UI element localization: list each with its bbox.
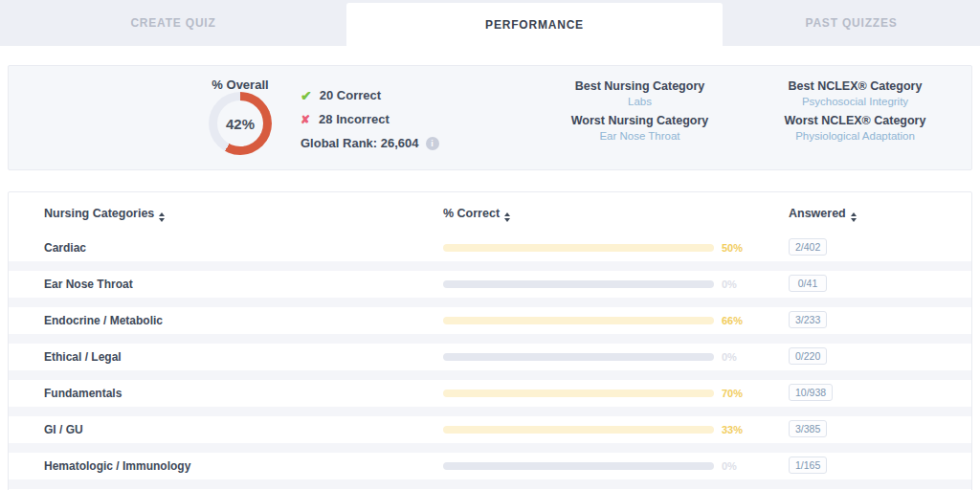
header-label: Nursing Categories	[44, 207, 154, 220]
x-icon: ✘	[301, 113, 310, 126]
row-bar-track	[443, 426, 714, 434]
table-row: Fundamentals 70% 10/938	[9, 380, 971, 416]
row-answered-badge: 3/385	[789, 420, 827, 437]
row-category: Ethical / Legal	[44, 344, 122, 370]
row-percent: 0%	[722, 453, 737, 479]
highlight-label: Best Nursing Category	[537, 79, 743, 93]
row-percent: 70%	[722, 380, 743, 407]
row-answered-badge: 0/220	[789, 347, 827, 365]
highlight-item: Worst NCLEX® Category Physiological Adap…	[743, 114, 968, 142]
incorrect-row: ✘ 28 Incorrect	[301, 107, 439, 131]
overall-percent: 42%	[226, 116, 255, 132]
check-icon: ✔	[301, 88, 312, 103]
highlight-label: Worst Nursing Category	[537, 114, 743, 127]
highlight-value-link[interactable]: Psychosocial Integrity	[743, 96, 968, 107]
row-percent: 0%	[722, 271, 737, 298]
tab-performance[interactable]: PERFORMANCE	[346, 3, 723, 46]
global-rank: Global Rank: 26,604	[301, 136, 419, 150]
tab-create-quiz[interactable]: CREATE QUIZ	[0, 0, 346, 46]
incorrect-count: 28 Incorrect	[319, 112, 390, 126]
global-rank-row: Global Rank: 26,604 i	[301, 131, 439, 155]
row-bar-track	[443, 390, 714, 397]
row-bar-track	[443, 353, 714, 361]
row-answered-badge: 2/402	[789, 238, 827, 256]
category-highlights: Best Nursing Category Labs Best NCLEX® C…	[537, 79, 968, 142]
quick-stats: ✔ 20 Correct ✘ 28 Incorrect Global Rank:…	[301, 83, 439, 155]
table-row: Hematologic / Immunology 0% 1/165	[9, 453, 971, 489]
performance-table: Nursing Categories % Correct Answered Ca…	[8, 191, 972, 490]
info-icon[interactable]: i	[426, 137, 439, 150]
overall-donut-chart: 42%	[209, 92, 272, 155]
table-row: Endocrine / Metabolic 66% 3/233	[9, 307, 971, 344]
table-row: Ear Nose Throat 0% 0/41	[9, 271, 971, 307]
header-nursing-categories[interactable]: Nursing Categories	[44, 192, 165, 234]
highlight-value-link[interactable]: Ear Nose Throat	[537, 130, 743, 142]
row-answered-badge: 1/165	[789, 457, 827, 474]
row-percent: 33%	[722, 416, 743, 443]
row-percent: 50%	[722, 234, 743, 261]
row-category: Hematologic / Immunology	[44, 453, 190, 479]
row-bar-track	[443, 244, 714, 252]
highlight-value-link[interactable]: Labs	[537, 96, 743, 107]
row-percent: 0%	[722, 344, 737, 370]
correct-row: ✔ 20 Correct	[301, 83, 439, 107]
correct-count: 20 Correct	[320, 88, 381, 102]
row-answered-badge: 0/41	[789, 275, 827, 292]
row-percent: 66%	[722, 307, 743, 334]
row-category: Endocrine / Metabolic	[44, 307, 163, 334]
highlight-item: Worst Nursing Category Ear Nose Throat	[537, 114, 743, 142]
row-category: Ear Nose Throat	[44, 271, 133, 298]
tab-bar: CREATE QUIZ PERFORMANCE PAST QUIZZES	[0, 0, 980, 46]
row-answered-badge: 10/938	[789, 384, 833, 401]
row-category: Cardiac	[44, 234, 86, 261]
header-percent-correct[interactable]: % Correct	[443, 192, 510, 234]
row-category: Fundamentals	[44, 380, 122, 407]
sort-icon	[504, 212, 510, 222]
sort-icon	[159, 212, 165, 222]
row-bar-track	[443, 462, 714, 470]
highlight-value-link[interactable]: Physiological Adaptation	[743, 130, 968, 142]
row-answered-badge: 3/233	[789, 311, 827, 328]
table-rows: Cardiac 50% 2/402 Ear Nose Throat 0% 0/4…	[9, 234, 971, 489]
header-label: Answered	[789, 207, 846, 220]
table-header: Nursing Categories % Correct Answered	[9, 192, 971, 234]
header-label: % Correct	[443, 207, 500, 220]
row-bar-track	[443, 280, 714, 288]
row-category: GI / GU	[44, 416, 83, 443]
header-answered[interactable]: Answered	[789, 192, 857, 234]
overall-title: % Overall	[177, 78, 303, 92]
sort-icon	[851, 212, 857, 222]
row-bar-track	[443, 317, 714, 324]
highlight-item: Best NCLEX® Category Psychosocial Integr…	[743, 79, 968, 107]
tab-past-quizzes[interactable]: PAST QUIZZES	[723, 0, 980, 46]
highlight-label: Best NCLEX® Category	[743, 79, 968, 93]
table-row: Ethical / Legal 0% 0/220	[9, 344, 971, 380]
table-row: Cardiac 50% 2/402	[9, 234, 971, 271]
table-row: GI / GU 33% 3/385	[9, 416, 971, 453]
overview-panel: % Overall 42% ✔ 20 Correct ✘ 28 Incorrec…	[8, 65, 972, 170]
highlight-item: Best Nursing Category Labs	[537, 79, 743, 107]
highlight-label: Worst NCLEX® Category	[743, 114, 968, 127]
